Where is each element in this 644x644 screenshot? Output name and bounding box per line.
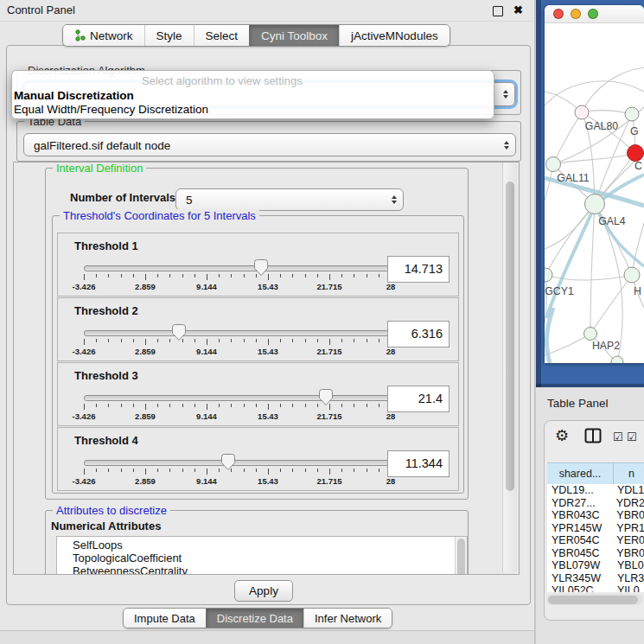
tab-label: Network (90, 29, 133, 42)
network-node[interactable] (625, 107, 639, 121)
close-icon[interactable]: ✖ (513, 3, 523, 16)
table-data-combobox[interactable]: galFiltered.sif default node (23, 133, 516, 156)
interval-definition-label: Interval Definition (53, 162, 146, 175)
threshold-label: Threshold 3 (74, 369, 138, 382)
table-hscrollbar-thumb[interactable] (548, 596, 638, 604)
tick-label: 9.144 (196, 347, 217, 356)
slider-track[interactable] (84, 395, 391, 401)
column-header-shared-name[interactable]: shared... (547, 463, 614, 484)
slider-track[interactable] (84, 330, 391, 336)
panel-scrollbar-thumb[interactable] (506, 182, 514, 491)
tab-label: Infer Network (315, 612, 381, 625)
network-node[interactable] (611, 356, 623, 363)
tick-label: 21.715 (316, 411, 341, 421)
show-columns-checkbox-icon[interactable]: ☑ (613, 430, 623, 443)
float-window-icon[interactable] (493, 6, 503, 16)
threshold-value-field[interactable]: 21.4 (387, 386, 450, 412)
threshold-slider[interactable]: -3.4262.8599.14415.4321.71528 (84, 258, 391, 294)
list-scrollbar-thumb[interactable] (457, 539, 465, 575)
table-row[interactable]: YBR045CYBR0 (547, 547, 644, 560)
tick-label: 15.43 (258, 347, 278, 356)
numerical-attributes-list[interactable]: SelfLoopsTopologicalCoefficientBetweenne… (56, 536, 468, 575)
table-data-value: galFiltered.sif default node (34, 138, 170, 151)
node-label: H (634, 285, 641, 297)
dropdown-hint: Select algorithm to view settings (142, 74, 303, 87)
tab-infer-network[interactable]: Infer Network (303, 609, 392, 628)
attribute-item-betweennesscentrality[interactable]: BetweennessCentrality (73, 564, 467, 575)
threshold-slider[interactable]: -3.4262.8599.14415.4321.71528 (84, 387, 391, 424)
table-data-group: Table Data galFiltered.sif default node (16, 121, 521, 162)
network-edge (546, 206, 595, 318)
column-layout-icon[interactable] (584, 427, 602, 448)
threshold-value-field[interactable]: 6.316 (387, 321, 450, 348)
tick-label: 9.144 (196, 282, 217, 291)
network-node[interactable] (584, 328, 597, 341)
column-header-name[interactable]: n (614, 463, 644, 484)
table-row[interactable]: YDR27...YDR2 (547, 497, 644, 510)
table-row[interactable]: YPR145WYPR1 (547, 522, 644, 535)
tab-select[interactable]: Select (194, 25, 250, 46)
cell-shared-name: YBL079W (547, 559, 613, 572)
tick-label: 2.859 (135, 411, 156, 421)
cell-shared-name: YER054C (547, 534, 612, 547)
tab-jactivemnodules[interactable]: jActiveMNodules (339, 25, 450, 46)
tick-label: 2.859 (135, 476, 156, 486)
tab-style[interactable]: Style (144, 25, 194, 46)
network-node[interactable] (624, 267, 640, 283)
minimize-traffic-light-icon[interactable] (571, 9, 581, 19)
network-node[interactable] (545, 268, 552, 282)
interval-definition-group: Interval Definition Number of Intervals … (45, 168, 469, 500)
threshold-label: Threshold 1 (74, 239, 138, 252)
combo-stepper-icon (503, 90, 508, 99)
table-row[interactable]: YBL079WYBL0 (547, 559, 644, 572)
close-traffic-light-icon[interactable] (553, 9, 564, 19)
network-edge (545, 334, 590, 355)
network-window-titlebar[interactable] (545, 5, 644, 23)
network-node[interactable] (628, 145, 644, 162)
control-panel-titlebar: Control Panel ✖ (0, 0, 534, 22)
slider-ticks (84, 339, 391, 346)
tab-impute-data[interactable]: Impute Data (124, 609, 206, 628)
threshold-slider[interactable]: -3.4262.8599.14415.4321.71528 (84, 322, 391, 359)
number-of-intervals-combobox[interactable]: 5 (175, 188, 404, 211)
threshold-coordinates-group: Threshold's Coordinates for 5 Intervals … (52, 215, 464, 494)
panel-scrollbar[interactable] (502, 163, 517, 572)
algorithm-option-manual-discretization[interactable]: Manual Discretization (14, 89, 490, 103)
threshold-slider[interactable]: -3.4262.8599.14415.4321.71528 (84, 452, 391, 488)
attribute-item-topologicalcoefficient[interactable]: TopologicalCoefficient (73, 552, 467, 564)
network-node[interactable] (546, 157, 561, 172)
table-row[interactable]: YDL19...YDL1 (547, 484, 644, 497)
zoom-traffic-light-icon[interactable] (588, 9, 598, 19)
threshold-label: Threshold 2 (74, 304, 138, 317)
apply-button[interactable]: Apply (234, 580, 293, 602)
dropdown-options: Manual DiscretizationEqual Width/Frequen… (14, 89, 490, 117)
threshold-panel: Threshold 3-3.4262.8599.14415.4321.71528… (57, 362, 459, 426)
tab-network[interactable]: Network (63, 25, 144, 46)
network-canvas[interactable]: GAL80GCGAL11GAL4GCY1HHAP2 (545, 22, 644, 363)
network-node[interactable] (575, 105, 589, 119)
threshold-value-field[interactable]: 14.713 (387, 256, 450, 283)
threshold-coordinates-label: Threshold's Coordinates for 5 Intervals (60, 209, 259, 222)
workspace-right: GAL80GCGAL11GAL4GCY1HHAP2 Table Panel ⚙ … (536, 0, 644, 644)
table-hscrollbar[interactable] (546, 594, 643, 605)
tab-discretize-data[interactable]: Discretize Data (206, 609, 303, 628)
slider-track[interactable] (84, 460, 391, 466)
select-columns-checkbox-icon[interactable]: ☑ (627, 430, 637, 443)
numerical-attributes-title: Numerical Attributes (51, 520, 161, 532)
threshold-label: Threshold 4 (74, 434, 138, 447)
table-row[interactable]: YBR043CYBR0 (547, 509, 644, 522)
table-row[interactable]: YER054CYER0 (547, 534, 644, 547)
threshold-value-field[interactable]: 11.344 (387, 450, 450, 477)
list-scrollbar[interactable] (455, 537, 467, 575)
cell-shared-name: YPR145W (547, 522, 612, 535)
attribute-item-selfloops[interactable]: SelfLoops (73, 539, 467, 552)
tick-label: 15.43 (258, 411, 278, 421)
slider-track[interactable] (84, 265, 391, 271)
algorithm-option-equal-width-frequency-discretization[interactable]: Equal Width/Frequency Discretization (14, 103, 490, 117)
tab-cyni-toolbox[interactable]: Cyni Toolbox (249, 25, 339, 46)
table-row[interactable]: YIL052CYIL0 (547, 584, 644, 592)
table-row[interactable]: YLR345WYLR3 (547, 572, 644, 585)
tab-label: Cyni Toolbox (261, 29, 328, 42)
network-node[interactable] (585, 194, 605, 214)
settings-gear-icon[interactable]: ⚙ (555, 426, 569, 445)
